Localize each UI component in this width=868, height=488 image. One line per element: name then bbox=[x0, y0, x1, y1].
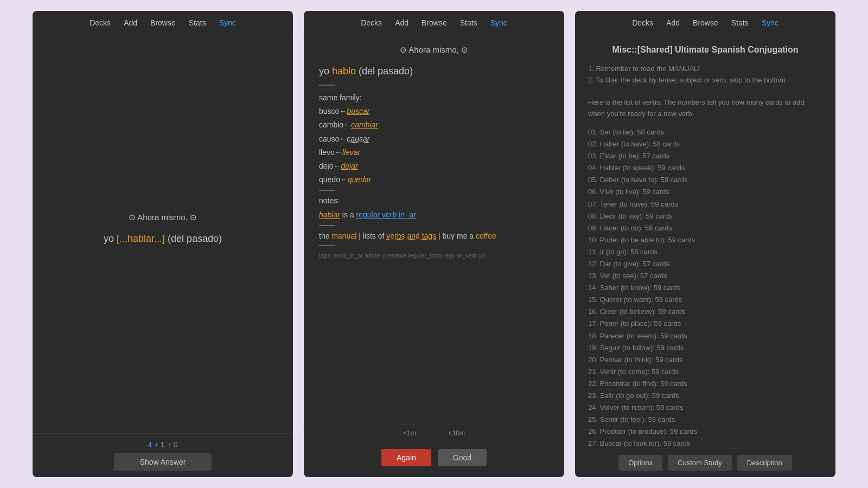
word-buscar[interactable]: buscar bbox=[347, 107, 369, 115]
custom-study-button[interactable]: Custom Study bbox=[668, 455, 732, 471]
deck-title: Misc::[Shared] Ultimate Spanish Conjugat… bbox=[588, 45, 822, 55]
nav-sync-2[interactable]: Sync bbox=[490, 18, 507, 27]
again-time: <1m bbox=[403, 429, 416, 437]
score-review: 0 bbox=[174, 440, 178, 449]
nav-add-1[interactable]: Add bbox=[124, 18, 137, 27]
nav-decks-2[interactable]: Decks bbox=[361, 18, 382, 27]
verb-list-item: 01. Ser (to be): 58 cards bbox=[588, 126, 822, 138]
card-body-prefix: yo bbox=[104, 233, 117, 244]
card-body-answer: [...hablar...] bbox=[117, 233, 165, 244]
score-row: 4 + 1 + 0 bbox=[41, 440, 284, 449]
divider-top bbox=[319, 85, 335, 86]
verb-list-item: 21. Venir (to come): 59 cards bbox=[588, 366, 822, 378]
divider-mid bbox=[319, 190, 335, 191]
score-learn: 1 bbox=[161, 440, 165, 449]
regular-link[interactable]: regular verb in -ar bbox=[356, 210, 417, 219]
hablar-link[interactable]: hablar bbox=[319, 210, 340, 219]
nav-browse-2[interactable]: Browse bbox=[422, 18, 447, 27]
verb-list-item: 17. Poner (to place): 59 cards bbox=[588, 318, 822, 330]
divider-bot bbox=[319, 225, 335, 226]
again-button[interactable]: Again bbox=[381, 449, 431, 466]
tags-label: tags: bbox=[319, 252, 334, 259]
verb-list-item: 20. Pensar (to think): 59 cards bbox=[588, 354, 822, 366]
word-quedar[interactable]: quedar bbox=[348, 175, 372, 184]
divider-tags bbox=[319, 245, 335, 246]
word-dejar[interactable]: dejar bbox=[341, 162, 358, 170]
good-button[interactable]: Good bbox=[438, 449, 487, 466]
nav-bar-1: Decks Add Browse Stats Sync bbox=[33, 11, 293, 34]
nav-stats-2[interactable]: Stats bbox=[460, 18, 477, 27]
nav-browse-1[interactable]: Browse bbox=[150, 18, 176, 27]
verb-list-item: 23. Salir (to go out): 59 cards bbox=[588, 390, 822, 402]
verb-list-item: 15. Querer (to want): 59 cards bbox=[588, 294, 822, 306]
show-answer-button[interactable]: Show Answer bbox=[114, 453, 212, 471]
nav-stats-3[interactable]: Stats bbox=[731, 18, 749, 27]
verb-list-item: 05. Deber (to have to): 59 cards bbox=[588, 174, 822, 186]
panel-footer-2: <1m <10m Again Good bbox=[304, 425, 564, 477]
nav-bar-2: Decks Add Browse Stats Sync bbox=[304, 11, 564, 34]
verb-list-item: 27. Buscar (to look for): 59 cards bbox=[588, 438, 822, 448]
card-body-prefix-2: yo bbox=[319, 66, 332, 76]
card-header-2: ⊙ Ahora mismo, ⊙ bbox=[319, 45, 549, 55]
coffee-link[interactable]: coffee bbox=[476, 232, 496, 240]
verb-list-item: 16. Creer (to believe): 59 cards bbox=[588, 306, 822, 318]
deck-footer: Options Custom Study Description bbox=[575, 448, 835, 477]
score-plus2: + bbox=[167, 440, 174, 449]
nav-decks-3[interactable]: Decks bbox=[632, 18, 653, 27]
verb-list-item: 08. Decir (to say): 59 cards bbox=[588, 210, 822, 222]
desc-line-1: 1. Remember to read the MANUAL! bbox=[588, 65, 700, 73]
verb-list-item: 25. Sentir (to feel): 59 cards bbox=[588, 414, 822, 426]
manual-link[interactable]: manual bbox=[331, 232, 356, 240]
word-row-6: quedo←quedar bbox=[319, 173, 549, 187]
verb-list-item: 06. Vivir (to live): 59 cards bbox=[588, 186, 822, 198]
card-body-suffix-2: (del pasado) bbox=[356, 66, 413, 76]
notes-label: notes: bbox=[319, 194, 549, 208]
card-main-2: yo hablo (del pasado) bbox=[319, 66, 549, 77]
options-button[interactable]: Options bbox=[618, 455, 662, 471]
verbs-tags-link[interactable]: verbs and tags bbox=[386, 232, 436, 240]
verb-list-item: 19. Seguir (to follow): 59 cards bbox=[588, 342, 822, 354]
answer-buttons: Again Good bbox=[312, 442, 556, 473]
verb-list-item: 26. Producir (to produce): 59 cards bbox=[588, 426, 822, 438]
deck-description: 1. Remember to read the MANUAL! 2. To fi… bbox=[588, 63, 822, 120]
links-row: the manual | lists of verbs and tags | b… bbox=[319, 229, 549, 243]
nav-sync-3[interactable]: Sync bbox=[762, 18, 778, 27]
word-row-1: busco←buscar bbox=[319, 105, 549, 118]
nav-bar-3: Decks Add Browse Stats Sync bbox=[575, 11, 835, 34]
pipe2: | buy me a bbox=[438, 232, 476, 240]
verb-list-item: 11. Ir (to go): 58 cards bbox=[588, 246, 822, 258]
answer-times-row: <1m <10m bbox=[312, 429, 556, 439]
word-row-2: cambio←cambiar bbox=[319, 118, 549, 132]
verb-list-item: 13. Ver (to see): 57 cards bbox=[588, 270, 822, 282]
word-row-3: causo←causar bbox=[319, 132, 549, 146]
panel-front: Decks Add Browse Stats Sync ⊙ Ahora mism… bbox=[33, 11, 293, 477]
desc-line-3: Here is the list of verbs. The numbers t… bbox=[588, 98, 805, 118]
description-button[interactable]: Description bbox=[737, 455, 792, 471]
verb-list-item: 14. Saber (to know): 59 cards bbox=[588, 282, 822, 294]
verb-list-item: 09. Hacer (to do): 59 cards bbox=[588, 222, 822, 234]
word-cambiar[interactable]: cambiar bbox=[351, 120, 378, 129]
score-plus1: + bbox=[154, 440, 161, 449]
word-llevar[interactable]: llevar bbox=[342, 148, 360, 157]
tags-value: ends_in_ar hablar presente regular_form … bbox=[334, 252, 485, 259]
verb-list-item: 10. Poder (to be able to): 59 cards bbox=[588, 234, 822, 246]
word-causar[interactable]: causar bbox=[347, 134, 369, 143]
nav-add-2[interactable]: Add bbox=[395, 18, 409, 27]
card-front-area: ⊙ Ahora mismo, ⊙ yo [...hablar...] (del … bbox=[33, 34, 293, 433]
nav-sync-1[interactable]: Sync bbox=[219, 18, 236, 27]
nav-add-3[interactable]: Add bbox=[666, 18, 680, 27]
verb-list-item: 18. Parecer (to seem): 59 cards bbox=[588, 330, 822, 342]
tags-line: tags: ends_in_ar hablar presente regular… bbox=[319, 251, 549, 261]
pipe1: | lists of bbox=[359, 232, 386, 240]
deck-content: Misc::[Shared] Ultimate Spanish Conjugat… bbox=[575, 34, 835, 448]
good-time: <10m bbox=[449, 429, 465, 437]
nav-stats-1[interactable]: Stats bbox=[189, 18, 206, 27]
nav-browse-3[interactable]: Browse bbox=[693, 18, 718, 27]
verb-list-item: 03. Estar (to be): 57 cards bbox=[588, 150, 822, 162]
card-answer-content: ⊙ Ahora mismo, ⊙ yo hablo (del pasado) s… bbox=[304, 34, 564, 425]
answer-section: same family: busco←buscar cambio←cambiar… bbox=[319, 91, 549, 261]
card-main-1: yo [...hablar...] (del pasado) bbox=[104, 233, 222, 245]
notes-text: hablar is a regular verb in -ar bbox=[319, 208, 549, 222]
notes-middle: is a bbox=[342, 210, 356, 219]
nav-decks-1[interactable]: Decks bbox=[90, 18, 111, 27]
